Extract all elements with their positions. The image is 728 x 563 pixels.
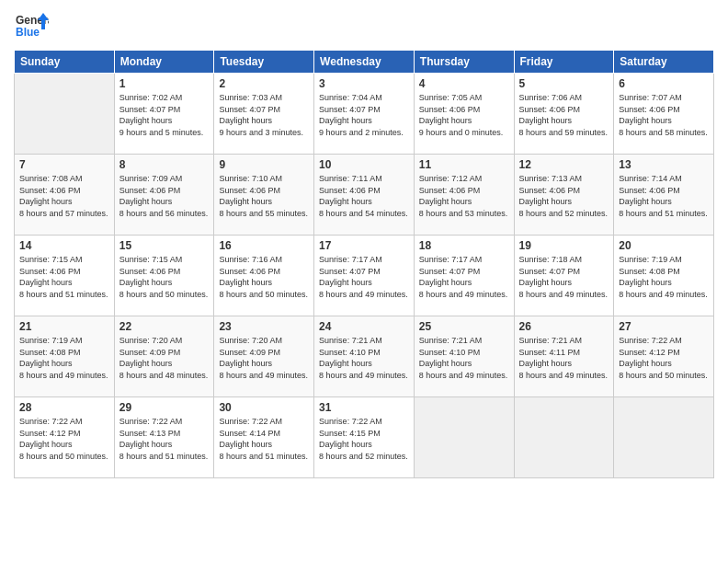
day-cell: 26 Sunrise: 7:21 AM Sunset: 4:11 PM Dayl… (514, 316, 614, 397)
day-info: Sunrise: 7:10 AM Sunset: 4:06 PM Dayligh… (219, 173, 309, 219)
day-cell: 22 Sunrise: 7:20 AM Sunset: 4:09 PM Dayl… (114, 316, 214, 397)
day-number: 25 (419, 320, 509, 333)
day-cell: 17 Sunrise: 7:17 AM Sunset: 4:07 PM Dayl… (314, 236, 415, 316)
day-info: Sunrise: 7:02 AM Sunset: 4:07 PM Dayligh… (119, 92, 210, 138)
day-cell: 19 Sunrise: 7:18 AM Sunset: 4:07 PM Dayl… (514, 236, 614, 316)
day-info: Sunrise: 7:15 AM Sunset: 4:06 PM Dayligh… (119, 254, 210, 300)
day-number: 12 (519, 158, 609, 171)
day-info: Sunrise: 7:21 AM Sunset: 4:11 PM Dayligh… (519, 335, 609, 381)
day-number: 18 (419, 239, 509, 252)
day-info: Sunrise: 7:04 AM Sunset: 4:07 PM Dayligh… (319, 92, 409, 138)
day-number: 4 (419, 77, 509, 90)
day-info: Sunrise: 7:12 AM Sunset: 4:06 PM Dayligh… (419, 173, 509, 219)
day-number: 13 (619, 158, 709, 171)
day-number: 11 (419, 158, 509, 171)
day-info: Sunrise: 7:08 AM Sunset: 4:06 PM Dayligh… (19, 173, 109, 219)
logo-svg: General Blue (14, 9, 49, 44)
week-row-1: 1 Sunrise: 7:02 AM Sunset: 4:07 PM Dayli… (15, 74, 714, 155)
day-info: Sunrise: 7:22 AM Sunset: 4:15 PM Dayligh… (319, 416, 409, 462)
week-row-5: 28 Sunrise: 7:22 AM Sunset: 4:12 PM Dayl… (15, 397, 714, 478)
weekday-header-sunday: Sunday (15, 51, 115, 74)
day-number: 5 (519, 77, 609, 90)
day-number: 27 (619, 320, 709, 333)
day-info: Sunrise: 7:18 AM Sunset: 4:07 PM Dayligh… (519, 254, 609, 300)
day-cell: 23 Sunrise: 7:20 AM Sunset: 4:09 PM Dayl… (214, 316, 314, 397)
day-info: Sunrise: 7:17 AM Sunset: 4:07 PM Dayligh… (319, 254, 409, 300)
day-number: 19 (519, 239, 609, 252)
day-number: 8 (119, 158, 210, 171)
day-number: 10 (319, 158, 409, 171)
day-cell: 27 Sunrise: 7:22 AM Sunset: 4:12 PM Dayl… (614, 316, 714, 397)
week-row-3: 14 Sunrise: 7:15 AM Sunset: 4:06 PM Dayl… (15, 236, 714, 316)
day-info: Sunrise: 7:22 AM Sunset: 4:12 PM Dayligh… (19, 416, 109, 462)
day-info: Sunrise: 7:09 AM Sunset: 4:06 PM Dayligh… (119, 173, 210, 219)
day-info: Sunrise: 7:17 AM Sunset: 4:07 PM Dayligh… (419, 254, 509, 300)
day-cell: 13 Sunrise: 7:14 AM Sunset: 4:06 PM Dayl… (614, 155, 714, 236)
day-cell: 1 Sunrise: 7:02 AM Sunset: 4:07 PM Dayli… (114, 74, 214, 155)
day-cell: 25 Sunrise: 7:21 AM Sunset: 4:10 PM Dayl… (414, 316, 514, 397)
day-cell: 3 Sunrise: 7:04 AM Sunset: 4:07 PM Dayli… (314, 74, 415, 155)
day-number: 20 (619, 239, 709, 252)
day-info: Sunrise: 7:20 AM Sunset: 4:09 PM Dayligh… (219, 335, 309, 381)
day-cell: 30 Sunrise: 7:22 AM Sunset: 4:14 PM Dayl… (214, 397, 314, 478)
day-number: 14 (19, 239, 109, 252)
weekday-header-wednesday: Wednesday (314, 51, 415, 74)
day-info: Sunrise: 7:19 AM Sunset: 4:08 PM Dayligh… (19, 335, 109, 381)
calendar-table: SundayMondayTuesdayWednesdayThursdayFrid… (14, 50, 714, 478)
day-number: 22 (119, 320, 210, 333)
day-cell: 7 Sunrise: 7:08 AM Sunset: 4:06 PM Dayli… (15, 155, 115, 236)
day-cell: 6 Sunrise: 7:07 AM Sunset: 4:06 PM Dayli… (614, 74, 714, 155)
day-cell: 21 Sunrise: 7:19 AM Sunset: 4:08 PM Dayl… (15, 316, 115, 397)
day-info: Sunrise: 7:22 AM Sunset: 4:12 PM Dayligh… (619, 335, 709, 381)
day-info: Sunrise: 7:16 AM Sunset: 4:06 PM Dayligh… (219, 254, 309, 300)
weekday-header-row: SundayMondayTuesdayWednesdayThursdayFrid… (15, 51, 714, 74)
day-cell: 8 Sunrise: 7:09 AM Sunset: 4:06 PM Dayli… (114, 155, 214, 236)
day-cell: 24 Sunrise: 7:21 AM Sunset: 4:10 PM Dayl… (314, 316, 415, 397)
day-number: 31 (319, 401, 409, 414)
day-info: Sunrise: 7:13 AM Sunset: 4:06 PM Dayligh… (519, 173, 609, 219)
day-cell: 11 Sunrise: 7:12 AM Sunset: 4:06 PM Dayl… (414, 155, 514, 236)
day-cell: 18 Sunrise: 7:17 AM Sunset: 4:07 PM Dayl… (414, 236, 514, 316)
weekday-header-tuesday: Tuesday (214, 51, 314, 74)
day-info: Sunrise: 7:21 AM Sunset: 4:10 PM Dayligh… (419, 335, 509, 381)
day-cell: 15 Sunrise: 7:15 AM Sunset: 4:06 PM Dayl… (114, 236, 214, 316)
day-cell: 16 Sunrise: 7:16 AM Sunset: 4:06 PM Dayl… (214, 236, 314, 316)
day-info: Sunrise: 7:22 AM Sunset: 4:14 PM Dayligh… (219, 416, 309, 462)
calendar-container: General Blue SundayMondayTuesdayWednesda… (0, 0, 728, 488)
day-number: 30 (219, 401, 309, 414)
day-number: 24 (319, 320, 409, 333)
day-cell: 2 Sunrise: 7:03 AM Sunset: 4:07 PM Dayli… (214, 74, 314, 155)
day-cell: 28 Sunrise: 7:22 AM Sunset: 4:12 PM Dayl… (15, 397, 115, 478)
day-info: Sunrise: 7:14 AM Sunset: 4:06 PM Dayligh… (619, 173, 709, 219)
week-row-2: 7 Sunrise: 7:08 AM Sunset: 4:06 PM Dayli… (15, 155, 714, 236)
day-number: 21 (19, 320, 109, 333)
day-number: 7 (19, 158, 109, 171)
day-info: Sunrise: 7:21 AM Sunset: 4:10 PM Dayligh… (319, 335, 409, 381)
day-number: 1 (119, 77, 210, 90)
weekday-header-saturday: Saturday (614, 51, 714, 74)
day-cell (514, 397, 614, 478)
weekday-header-monday: Monday (114, 51, 214, 74)
week-row-4: 21 Sunrise: 7:19 AM Sunset: 4:08 PM Dayl… (15, 316, 714, 397)
day-number: 28 (19, 401, 109, 414)
day-cell: 5 Sunrise: 7:06 AM Sunset: 4:06 PM Dayli… (514, 74, 614, 155)
day-number: 26 (519, 320, 609, 333)
day-cell: 20 Sunrise: 7:19 AM Sunset: 4:08 PM Dayl… (614, 236, 714, 316)
day-number: 17 (319, 239, 409, 252)
day-number: 9 (219, 158, 309, 171)
day-number: 6 (619, 77, 709, 90)
day-info: Sunrise: 7:11 AM Sunset: 4:06 PM Dayligh… (319, 173, 409, 219)
day-cell: 14 Sunrise: 7:15 AM Sunset: 4:06 PM Dayl… (15, 236, 115, 316)
day-cell: 10 Sunrise: 7:11 AM Sunset: 4:06 PM Dayl… (314, 155, 415, 236)
day-info: Sunrise: 7:19 AM Sunset: 4:08 PM Dayligh… (619, 254, 709, 300)
day-info: Sunrise: 7:20 AM Sunset: 4:09 PM Dayligh… (119, 335, 210, 381)
day-cell: 12 Sunrise: 7:13 AM Sunset: 4:06 PM Dayl… (514, 155, 614, 236)
day-cell: 4 Sunrise: 7:05 AM Sunset: 4:06 PM Dayli… (414, 74, 514, 155)
day-info: Sunrise: 7:15 AM Sunset: 4:06 PM Dayligh… (19, 254, 109, 300)
svg-text:Blue: Blue (16, 26, 40, 39)
day-info: Sunrise: 7:05 AM Sunset: 4:06 PM Dayligh… (419, 92, 509, 138)
day-number: 16 (219, 239, 309, 252)
weekday-header-thursday: Thursday (414, 51, 514, 74)
day-info: Sunrise: 7:03 AM Sunset: 4:07 PM Dayligh… (219, 92, 309, 138)
day-cell: 29 Sunrise: 7:22 AM Sunset: 4:13 PM Dayl… (114, 397, 214, 478)
